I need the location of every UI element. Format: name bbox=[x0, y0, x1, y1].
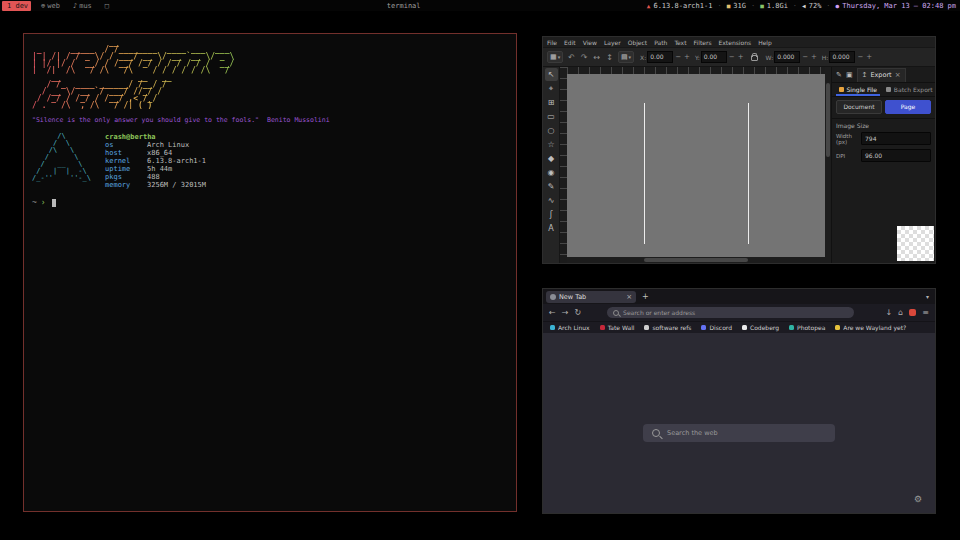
fetch-row: kernel 6.13.8-arch1-1 bbox=[105, 157, 206, 165]
tool-spiral[interactable]: ◉ bbox=[545, 166, 558, 179]
rotate-cw-icon[interactable]: ↷ bbox=[580, 53, 589, 62]
fetch-label: os bbox=[105, 141, 147, 149]
browser-tab[interactable]: New Tab × bbox=[546, 291, 636, 303]
top-bar: 1 dev ⊕ web ♪ mus □ terminal bbox=[0, 0, 960, 11]
gear-icon[interactable]: ⚙ bbox=[914, 494, 922, 504]
menu-item[interactable]: Object bbox=[628, 39, 648, 46]
tab-overflow-icon[interactable]: ▾ bbox=[926, 293, 929, 300]
horizontal-scrollbar[interactable] bbox=[567, 257, 825, 263]
inkscape-canvas[interactable] bbox=[567, 74, 825, 257]
inkscape-window: FileEditViewLayerObjectPathTextFiltersEx… bbox=[542, 36, 936, 264]
tab-title: New Tab bbox=[559, 293, 623, 301]
tool-text[interactable]: A bbox=[545, 222, 558, 235]
lock-ratio-icon[interactable] bbox=[751, 55, 758, 61]
url-bar[interactable]: Search or enter address bbox=[607, 307, 853, 318]
menu-icon[interactable]: ≡ bbox=[922, 308, 929, 317]
bookmark-item[interactable]: Are we Wayland yet? bbox=[835, 324, 906, 331]
stepper-minus-button[interactable]: − bbox=[674, 53, 682, 61]
close-icon[interactable]: × bbox=[895, 71, 901, 79]
status-text: 6.13.8-arch1-1 bbox=[653, 2, 712, 10]
newtab-search-box[interactable]: Search the web bbox=[643, 424, 835, 442]
selection-mode-dropdown[interactable]: ▦ ▾ bbox=[547, 51, 563, 63]
bookmark-label: Tate Wall bbox=[608, 324, 635, 331]
export-mode-tab[interactable]: Batch Export bbox=[884, 83, 936, 96]
tool-glyph: ◆ bbox=[548, 154, 554, 163]
size-input[interactable]: 0.000 bbox=[829, 51, 855, 63]
home-icon[interactable]: ⌂ bbox=[898, 308, 903, 317]
text-cursor bbox=[52, 199, 56, 207]
tool-star[interactable]: ☆ bbox=[545, 138, 558, 151]
width-input[interactable]: 794 bbox=[861, 132, 931, 145]
menu-item[interactable]: View bbox=[583, 39, 597, 46]
coordinate-input[interactable]: 0.00 bbox=[701, 51, 727, 63]
bookmark-item[interactable]: Codeberg bbox=[742, 324, 779, 331]
chevron-down-icon: ▾ bbox=[629, 54, 632, 60]
tool-glyph: ↖ bbox=[548, 70, 555, 79]
tool-selector[interactable]: ↖ bbox=[545, 68, 558, 81]
workspace-item[interactable]: ♪ mus bbox=[70, 1, 95, 11]
export-dialog-tab[interactable]: ↥ Export × bbox=[857, 68, 906, 82]
forward-button[interactable]: → bbox=[562, 308, 569, 317]
tool-pen[interactable]: ∿ bbox=[545, 194, 558, 207]
menu-item[interactable]: Text bbox=[674, 39, 686, 46]
bookmark-item[interactable]: Photopea bbox=[789, 324, 825, 331]
arch-logo-ascii: /\ / \ /\ \ / \ / __ \ / | | -\ /_-'' ''… bbox=[32, 133, 91, 189]
tool-ellipse[interactable]: ○ bbox=[545, 124, 558, 137]
stepper-minus-button[interactable]: − bbox=[856, 53, 864, 61]
dpi-input[interactable]: 96.00 bbox=[861, 149, 931, 162]
scrollbar-thumb[interactable] bbox=[826, 83, 830, 157]
stepper-plus-button[interactable]: + bbox=[737, 53, 745, 61]
stepper-plus-button[interactable]: + bbox=[683, 53, 691, 61]
tool-shape-builder[interactable]: ⊞ bbox=[545, 96, 558, 109]
reload-button[interactable]: ↻ bbox=[574, 308, 581, 317]
export-scope-button[interactable]: Document bbox=[836, 100, 882, 114]
menu-item[interactable]: Edit bbox=[564, 39, 576, 46]
menu-item[interactable]: File bbox=[547, 39, 557, 46]
rotate-ccw-icon[interactable]: ↶ bbox=[567, 53, 576, 62]
tool-pencil[interactable]: ✎ bbox=[545, 180, 558, 193]
menu-item[interactable]: Help bbox=[758, 39, 772, 46]
export-mode-tabs: Single File Batch Export bbox=[832, 83, 935, 97]
adblock-icon[interactable] bbox=[909, 309, 916, 316]
bookmark-item[interactable]: software refs bbox=[644, 324, 691, 331]
flip-vertical-icon[interactable]: ↕ bbox=[605, 53, 614, 62]
bookmark-item[interactable]: Arch Linux bbox=[550, 324, 590, 331]
pencil-dialog-icon[interactable]: ✎ bbox=[836, 71, 842, 79]
tool-3dbox[interactable]: ◆ bbox=[545, 152, 558, 165]
bookmark-label: Discord bbox=[709, 324, 732, 331]
tab-label: Single File bbox=[847, 86, 877, 93]
tool-node-editor[interactable]: ⌖ bbox=[545, 82, 558, 95]
stepper-plus-button[interactable]: + bbox=[865, 53, 873, 61]
scrollbar-thumb[interactable] bbox=[644, 258, 747, 262]
workspace-item[interactable]: 1 dev bbox=[2, 1, 31, 11]
tool-glyph: ⌖ bbox=[549, 84, 554, 94]
stepper-minus-button[interactable]: − bbox=[801, 53, 809, 61]
menu-item[interactable]: Layer bbox=[604, 39, 621, 46]
download-icon[interactable]: ↓ bbox=[886, 308, 893, 317]
flip-horizontal-icon[interactable]: ↔ bbox=[593, 53, 602, 62]
new-tab-button[interactable]: + bbox=[642, 292, 649, 301]
stepper-plus-button[interactable]: + bbox=[810, 53, 818, 61]
menu-item[interactable]: Extensions bbox=[719, 39, 752, 46]
menu-item[interactable]: Filters bbox=[694, 39, 712, 46]
tool-calligraphy[interactable]: ʃ bbox=[545, 208, 558, 221]
coordinate-input[interactable]: 0.00 bbox=[647, 51, 673, 63]
back-button[interactable]: ← bbox=[549, 308, 556, 317]
terminal-window[interactable]: __ _ _____ / /________ ____ ___ ___ | | … bbox=[23, 33, 517, 512]
dpi-label: DPI bbox=[836, 153, 858, 159]
menu-item[interactable]: Path bbox=[654, 39, 667, 46]
workspace-item[interactable]: □ bbox=[102, 1, 114, 11]
workspace-item[interactable]: ⊕ web bbox=[38, 1, 63, 11]
align-dropdown[interactable]: ▤ ▾ bbox=[618, 51, 634, 63]
export-mode-tab[interactable]: Single File bbox=[832, 83, 884, 96]
swatches-dialog-icon[interactable]: ▣ bbox=[846, 71, 853, 79]
tab-close-icon[interactable]: × bbox=[626, 293, 632, 301]
bookmark-item[interactable]: Discord bbox=[701, 324, 732, 331]
bookmark-item[interactable]: Tate Wall bbox=[600, 324, 635, 331]
size-input[interactable]: 0.000 bbox=[774, 51, 800, 63]
clock-icon: ● bbox=[836, 2, 840, 9]
stepper-minus-button[interactable]: − bbox=[728, 53, 736, 61]
export-scope-button[interactable]: Page bbox=[885, 100, 931, 114]
tool-rectangle[interactable]: ▭ bbox=[545, 110, 558, 123]
shell-prompt[interactable]: ~ › bbox=[32, 198, 508, 207]
